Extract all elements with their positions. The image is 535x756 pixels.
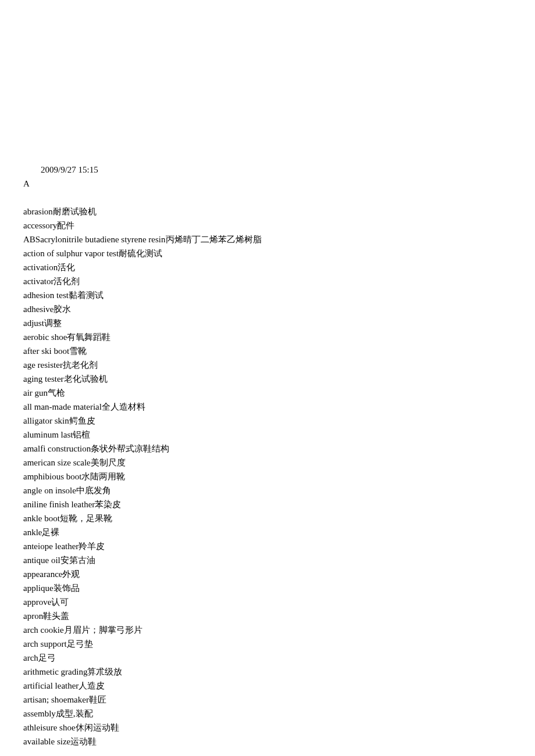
- timestamp: 2009/9/27 15:15: [23, 163, 512, 177]
- glossary-entry: arch足弓: [23, 651, 512, 665]
- glossary-entry: air gun气枪: [23, 386, 512, 400]
- glossary-entry: appearance外观: [23, 567, 512, 581]
- glossary-entry: artificial leather人造皮: [23, 679, 512, 693]
- glossary-entry: amphibious boot水陆两用靴: [23, 470, 512, 483]
- glossary-entry: angle on insole中底发角: [23, 483, 512, 497]
- glossary-entry: antique oil安第古油: [23, 553, 512, 567]
- glossary-entry: assembly成型,装配: [23, 707, 512, 721]
- glossary-entry: action of sulphur vapor test耐硫化测试: [23, 246, 512, 260]
- glossary-entry: accessory配件: [23, 218, 512, 232]
- glossary-entry: adjust调整: [23, 316, 512, 330]
- glossary-entry: apron鞋头盖: [23, 609, 512, 623]
- glossary-entry: available size运动鞋: [23, 734, 512, 748]
- glossary-entry: aerobic shoe有氧舞蹈鞋: [23, 330, 512, 344]
- section-letter: A: [23, 177, 512, 191]
- glossary-entry: adhesion test黏着测试: [23, 288, 512, 302]
- blank-line: [23, 191, 512, 205]
- glossary-entry: approve认可: [23, 595, 512, 609]
- entries-list: abrasion耐磨试验机accessory配件ABSacrylonitrile…: [23, 205, 512, 748]
- glossary-entry: arithmetic grading算朮级放: [23, 665, 512, 679]
- glossary-entry: amalfi construction条状外帮式凉鞋结构: [23, 442, 512, 456]
- glossary-entry: alligator skin鳄鱼皮: [23, 414, 512, 428]
- glossary-entry: ABSacrylonitrile butadiene styrene resin…: [23, 232, 512, 246]
- glossary-entry: aniline finish leather苯染皮: [23, 497, 512, 511]
- glossary-entry: applique装饰品: [23, 581, 512, 595]
- glossary-entry: arch cookie月眉片；脚掌弓形片: [23, 623, 512, 637]
- glossary-entry: american size scale美制尺度: [23, 456, 512, 470]
- glossary-entry: all man-made material全人造材料: [23, 400, 512, 414]
- glossary-entry: abrasion耐磨试验机: [23, 205, 512, 218]
- glossary-entry: aluminum last铝楦: [23, 428, 512, 442]
- glossary-entry: activation活化: [23, 260, 512, 274]
- glossary-entry: activator活化剂: [23, 274, 512, 288]
- glossary-entry: aging tester老化试验机: [23, 372, 512, 386]
- glossary-entry: athleisure shoe休闲运动鞋: [23, 721, 512, 734]
- glossary-entry: adhesive胶水: [23, 302, 512, 316]
- glossary-entry: ankle足裸: [23, 525, 512, 539]
- glossary-entry: artisan; shoemaker鞋匠: [23, 693, 512, 707]
- glossary-entry: age resister抗老化剂: [23, 358, 512, 372]
- glossary-entry: anteiope leather羚羊皮: [23, 539, 512, 553]
- glossary-entry: arch support足弓垫: [23, 637, 512, 651]
- glossary-entry: ankle boot短靴，足果靴: [23, 511, 512, 525]
- glossary-entry: after ski boot雪靴: [23, 344, 512, 358]
- document-page: 2009/9/27 15:15 A abrasion耐磨试验机accessory…: [0, 0, 535, 756]
